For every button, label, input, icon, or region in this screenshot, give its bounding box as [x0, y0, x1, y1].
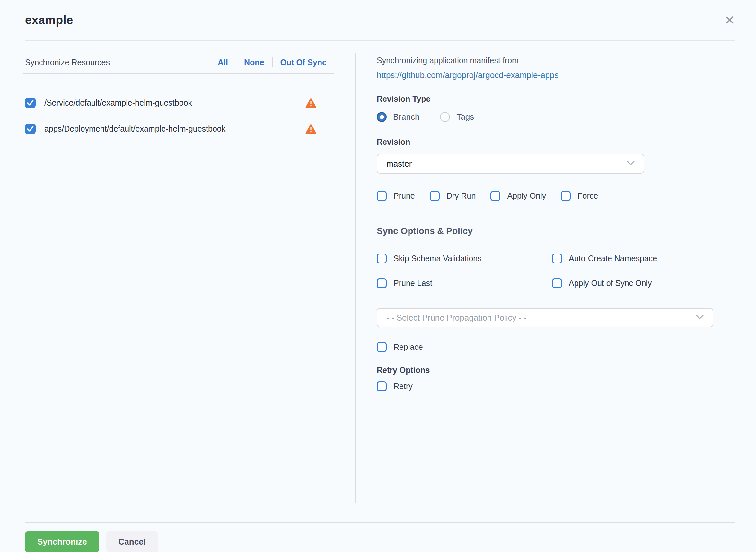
panel-header: example ✕: [0, 0, 756, 40]
radio-selected-icon: [377, 112, 387, 122]
resource-name: /Service/default/example-helm-guestbook: [44, 98, 192, 108]
checkbox-icon: [491, 191, 500, 201]
warning-icon: [305, 98, 316, 108]
checkbox-dry-run[interactable]: Dry Run: [430, 191, 476, 201]
resource-checkbox-checked: [25, 124, 36, 134]
panel-title: example: [25, 13, 73, 27]
revision-label: Revision: [377, 137, 735, 147]
revision-type-label: Revision Type: [377, 94, 735, 104]
checkbox-apply-only[interactable]: Apply Only: [491, 191, 546, 201]
radio-branch[interactable]: Branch: [377, 112, 419, 122]
checkbox-auto-create-namespace[interactable]: Auto-Create Namespace: [552, 254, 735, 264]
cancel-button[interactable]: Cancel: [106, 532, 158, 552]
revision-select[interactable]: master: [377, 154, 644, 174]
prune-propagation-policy-select[interactable]: - - Select Prune Propagation Policy - -: [377, 308, 713, 327]
resource-checkbox-checked: [25, 98, 36, 108]
checkbox-replace[interactable]: Replace: [377, 342, 735, 352]
checkbox-icon: [377, 254, 387, 264]
revision-value: master: [386, 159, 412, 169]
filter-all[interactable]: All: [210, 58, 236, 67]
sync-options-column: Synchronizing application manifest from …: [355, 41, 756, 523]
resources-divider: [23, 73, 334, 74]
close-icon[interactable]: ✕: [725, 14, 735, 26]
warning-icon: [305, 124, 316, 134]
resources-column: Synchronize Resources All None Out Of Sy…: [0, 41, 355, 523]
checkbox-force[interactable]: Force: [561, 191, 598, 201]
resource-row[interactable]: /Service/default/example-helm-guestbook: [25, 98, 334, 108]
checkbox-icon: [552, 254, 562, 264]
checkbox-icon: [377, 191, 387, 201]
checkbox-icon: [377, 381, 387, 391]
filter-out-of-sync[interactable]: Out Of Sync: [273, 58, 334, 67]
checkbox-icon: [561, 191, 571, 201]
sync-options-policy-heading: Sync Options & Policy: [377, 226, 735, 236]
synchronize-button[interactable]: Synchronize: [25, 532, 99, 552]
filter-none[interactable]: None: [236, 58, 272, 67]
chevron-down-icon: [696, 315, 704, 321]
retry-options-heading: Retry Options: [377, 366, 735, 375]
checkbox-icon: [377, 342, 387, 352]
chevron-down-icon: [627, 161, 635, 166]
manifest-source-label: Synchronizing application manifest from: [377, 56, 735, 65]
checkbox-skip-schema-validations[interactable]: Skip Schema Validations: [377, 254, 552, 264]
checkbox-retry[interactable]: Retry: [377, 381, 735, 391]
checkbox-icon: [552, 278, 562, 288]
checkbox-apply-out-of-sync-only[interactable]: Apply Out of Sync Only: [552, 278, 735, 288]
resource-name: apps/Deployment/default/example-helm-gue…: [44, 124, 225, 134]
checkbox-prune[interactable]: Prune: [377, 191, 415, 201]
resource-row[interactable]: apps/Deployment/default/example-helm-gue…: [25, 124, 334, 134]
footer-actions: Synchronize Cancel: [0, 523, 756, 552]
prune-policy-placeholder: - - Select Prune Propagation Policy - -: [386, 313, 526, 323]
radio-unselected-icon: [440, 112, 450, 122]
checkbox-icon: [430, 191, 440, 201]
synchronize-resources-label: Synchronize Resources: [25, 58, 210, 67]
radio-tags[interactable]: Tags: [440, 112, 474, 122]
manifest-url-link[interactable]: https://github.com/argoproj/argocd-examp…: [377, 70, 559, 80]
sync-panel: example ✕ Synchronize Resources All None…: [0, 0, 756, 552]
checkbox-prune-last[interactable]: Prune Last: [377, 278, 552, 288]
resource-filters: All None Out Of Sync: [210, 57, 334, 67]
checkbox-icon: [377, 278, 387, 288]
